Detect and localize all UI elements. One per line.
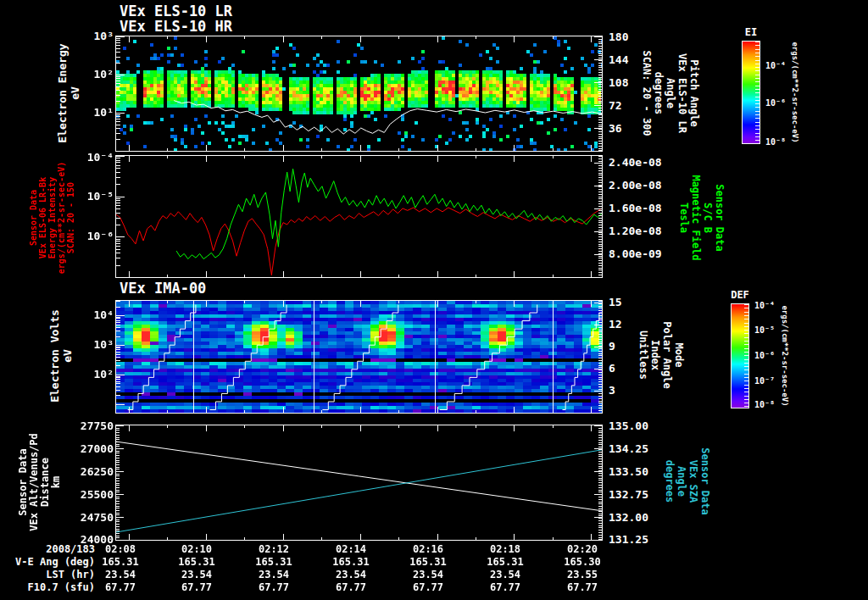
tick-mark <box>116 376 120 377</box>
tick-mark <box>598 308 602 308</box>
tick-mark <box>116 529 120 530</box>
tick-mark <box>598 511 602 512</box>
altitude-sza-panel <box>115 425 603 541</box>
tick-mark <box>116 317 120 318</box>
tick-mark <box>116 241 120 242</box>
tick-mark <box>116 464 120 465</box>
tick-mark <box>553 36 554 39</box>
tick-mark <box>598 213 602 214</box>
y-tick-label-right: 133.50 <box>609 465 676 478</box>
tick-mark <box>598 365 602 366</box>
tick-mark <box>116 318 120 319</box>
y-tick-label: 10² <box>63 368 114 381</box>
tick-mark <box>598 269 602 270</box>
ei-colorbar <box>742 41 760 144</box>
tick-mark <box>360 271 361 277</box>
tick-mark <box>321 148 322 151</box>
colorbar-tick-label: 10⁻⁶ <box>765 98 799 108</box>
y-tick-label: 10³ <box>63 338 114 351</box>
tick-mark <box>116 425 124 426</box>
tick-mark <box>116 177 120 178</box>
tick-mark <box>116 455 120 456</box>
tick-mark <box>598 143 602 144</box>
y-tick-label-right: 15 <box>609 296 676 308</box>
altitude-sza-canvas <box>116 425 602 540</box>
tick-mark <box>594 254 602 255</box>
tick-mark <box>598 437 602 438</box>
tick-mark <box>598 265 602 266</box>
tick-mark <box>116 203 120 203</box>
tick-mark <box>598 220 602 221</box>
ei-colorbar-title: EI <box>742 26 760 38</box>
tick-mark <box>116 101 120 102</box>
tick-mark <box>598 405 602 406</box>
tick-mark <box>283 145 284 151</box>
tick-mark <box>116 114 120 115</box>
tick-mark <box>398 148 399 151</box>
tick-mark <box>598 303 602 304</box>
y-tick-label: 26250 <box>63 465 114 478</box>
colorbar-tick-label: 10⁻⁸ <box>754 400 788 409</box>
tick-mark <box>437 301 438 307</box>
tick-mark <box>598 515 602 516</box>
tick-mark <box>594 82 602 83</box>
tick-mark <box>116 327 120 328</box>
tick-mark <box>598 355 602 356</box>
tick-mark <box>598 396 602 397</box>
tick-mark <box>360 407 361 413</box>
tick-mark <box>476 301 476 303</box>
tick-mark <box>598 210 602 211</box>
tick-mark <box>598 246 602 247</box>
tick-mark <box>598 315 602 316</box>
tick-mark <box>598 53 602 54</box>
tick-mark <box>598 103 602 103</box>
tick-mark <box>594 425 602 426</box>
tick-mark <box>116 540 124 541</box>
y-tick-label-right: 3 <box>609 384 676 397</box>
footer-value: 23.54 <box>93 569 147 581</box>
tick-mark <box>116 462 120 463</box>
tick-mark <box>129 425 130 431</box>
tick-mark <box>398 275 399 277</box>
tick-mark <box>598 431 602 431</box>
tick-mark <box>116 439 120 440</box>
tick-mark <box>116 151 125 152</box>
tick-mark <box>116 537 120 538</box>
tick-mark <box>116 435 120 436</box>
tick-mark <box>594 413 602 414</box>
tick-mark <box>244 156 245 158</box>
tick-mark <box>598 456 602 457</box>
tick-mark <box>598 146 602 147</box>
footer-value: 67.77 <box>93 581 147 593</box>
y-tick-label-right: 131.25 <box>609 533 676 546</box>
tick-mark <box>598 318 602 319</box>
colorbar-tick-label: 10⁻⁷ <box>754 376 788 386</box>
tick-mark <box>598 239 602 240</box>
tick-mark <box>598 393 602 394</box>
footer-value: 23.54 <box>170 569 224 581</box>
tick-mark <box>116 265 120 266</box>
footer-value: 165.31 <box>93 556 147 568</box>
tick-mark <box>167 36 168 39</box>
tick-mark <box>598 322 602 323</box>
tick-mark <box>598 55 602 56</box>
tick-mark <box>598 432 602 433</box>
tick-mark <box>116 531 120 531</box>
tick-mark <box>116 428 120 429</box>
tick-mark <box>116 76 120 77</box>
tick-mark <box>398 537 399 540</box>
tick-mark <box>598 108 602 108</box>
tick-mark <box>116 474 120 475</box>
tick-mark <box>116 139 120 140</box>
tick-mark <box>598 244 602 245</box>
tick-mark <box>598 342 602 342</box>
tick-mark <box>206 301 207 307</box>
tick-mark <box>398 425 399 428</box>
tick-mark <box>167 301 168 303</box>
tick-mark <box>598 514 602 514</box>
tick-mark <box>553 425 554 428</box>
tick-mark <box>283 36 284 42</box>
els-title-line1: VEx ELS-10 LR <box>120 3 232 19</box>
tick-mark <box>116 307 120 308</box>
tick-mark <box>116 524 120 525</box>
